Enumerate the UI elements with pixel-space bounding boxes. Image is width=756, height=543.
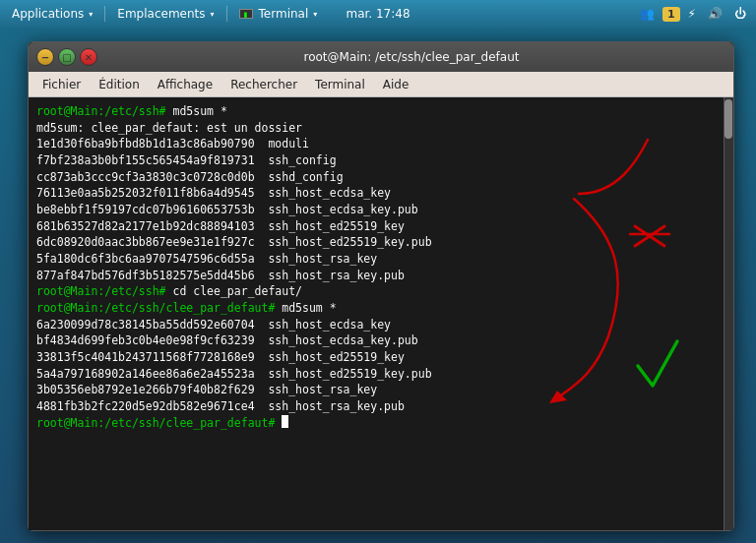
places-menu[interactable]: Emplacements ▾ xyxy=(111,5,220,23)
terminal-chevron-icon: ▾ xyxy=(313,10,317,19)
hash-11: 877af847bd576df3b5182575e5dd45b6 ssh_hos… xyxy=(36,268,405,284)
places-label: Emplacements xyxy=(117,7,205,21)
menu-terminal[interactable]: Terminal xyxy=(307,76,373,93)
apps-chevron-icon: ▾ xyxy=(89,10,93,19)
line-14: 6a230099d78c38145ba55dd592e60704 ssh_hos… xyxy=(36,317,725,333)
terminal-content[interactable]: root@Main:/etc/ssh# md5sum * md5sum: cle… xyxy=(29,97,733,530)
hash-18: 3b05356eb8792e1e266b79f40b82f629 ssh_hos… xyxy=(36,382,377,398)
taskbar-left: Applications ▾ Emplacements ▾ ▮ Terminal… xyxy=(6,5,323,23)
line-10: 5fa180dc6f3bc6aa9707547596c6d55a ssh_hos… xyxy=(36,251,725,268)
volume-icon[interactable]: 🔊 xyxy=(704,5,726,23)
hash-10: 5fa180dc6f3bc6aa9707547596c6d55a ssh_hos… xyxy=(36,251,377,268)
applications-label: Applications xyxy=(12,7,84,21)
notification-badge[interactable]: 1 xyxy=(662,7,680,22)
window-menubar: Fichier Édition Affichage Rechercher Ter… xyxy=(29,72,733,97)
datetime-label: mar. 17:48 xyxy=(346,7,410,21)
line-16: 33813f5c4041b243711568f7728168e9 ssh_hos… xyxy=(36,349,725,366)
bluetooth-icon[interactable]: ⚡ xyxy=(684,5,700,23)
line-2-text: md5sum: clee_par_defaut: est un dossier xyxy=(36,120,302,137)
window-title: root@Main: /etc/ssh/clee_par_defaut xyxy=(97,50,725,64)
prompt-4: root@Main:/etc/ssh/clee_par_defaut# xyxy=(36,415,282,432)
line-17: 5a4a797168902a146ee86a6e2a45523a ssh_hos… xyxy=(36,366,725,383)
cmd-1: md5sum * xyxy=(172,103,226,120)
menu-aide[interactable]: Aide xyxy=(375,76,417,93)
line-3: 1e1d30f6ba9bfbd8b1d1a3c86ab90790 moduli xyxy=(36,136,725,152)
prompt-2: root@Main:/etc/ssh# xyxy=(36,283,172,300)
menu-fichier[interactable]: Fichier xyxy=(34,76,89,93)
minimize-button[interactable]: − xyxy=(36,48,54,66)
prompt-1: root@Main:/etc/ssh# xyxy=(36,103,172,120)
line-8: 681b63527d82a2177e1b92dc88894103 ssh_hos… xyxy=(36,218,725,235)
line-2: md5sum: clee_par_defaut: est un dossier xyxy=(36,120,725,137)
menu-edition[interactable]: Édition xyxy=(91,76,148,93)
hash-7: be8ebbf1f59197cdc07b96160653753b ssh_hos… xyxy=(36,202,418,218)
line-20: root@Main:/etc/ssh/clee_par_defaut# xyxy=(36,415,725,432)
people-icon[interactable]: 👥 xyxy=(636,5,659,23)
hash-14: 6a230099d78c38145ba55dd592e60704 ssh_hos… xyxy=(36,317,391,333)
cmd-2: cd clee_par_defaut/ xyxy=(172,283,302,300)
line-4: f7bf238a3b0bf155c565454a9f819731 ssh_con… xyxy=(36,152,725,169)
line-12: root@Main:/etc/ssh# cd clee_par_defaut/ xyxy=(36,283,725,300)
line-19: 4881fb3b2fc220d5e92db582e9671ce4 ssh_hos… xyxy=(36,398,725,415)
terminal-menu[interactable]: ▮ Terminal ▾ xyxy=(233,5,324,23)
maximize-button[interactable]: □ xyxy=(58,48,76,66)
hash-9: 6dc08920d0aac3bb867ee9e31e1f927c ssh_hos… xyxy=(36,234,432,251)
power-icon[interactable]: ⏻ xyxy=(730,5,750,23)
menu-rechercher[interactable]: Rechercher xyxy=(222,76,305,93)
hash-8: 681b63527d82a2177e1b92dc88894103 ssh_hos… xyxy=(36,218,405,235)
terminal-icon: ▮ xyxy=(239,9,253,19)
line-6: 76113e0aa5b252032f011f8b6a4d9545 ssh_hos… xyxy=(36,185,725,202)
window-titlebar: − □ ✕ root@Main: /etc/ssh/clee_par_defau… xyxy=(29,42,733,72)
cursor xyxy=(282,415,288,428)
applications-menu[interactable]: Applications ▾ xyxy=(6,5,98,23)
line-15: bf4834d699feb3c0b4e0e98f9cf63239 ssh_hos… xyxy=(36,332,725,349)
separator-2 xyxy=(226,6,227,22)
line-18: 3b05356eb8792e1e266b79f40b82f629 ssh_hos… xyxy=(36,382,725,398)
scrollbar[interactable] xyxy=(724,97,733,530)
hash-5: cc873ab3ccc9cf3a3830c3c0728c0d0b sshd_co… xyxy=(36,169,344,186)
terminal-window: − □ ✕ root@Main: /etc/ssh/clee_par_defau… xyxy=(28,41,734,531)
cmd-3: md5sum * xyxy=(282,300,336,317)
hash-15: bf4834d699feb3c0b4e0e98f9cf63239 ssh_hos… xyxy=(36,332,418,349)
hash-19: 4881fb3b2fc220d5e92db582e9671ce4 ssh_hos… xyxy=(36,398,405,415)
menu-affichage[interactable]: Affichage xyxy=(150,76,220,93)
line-1: root@Main:/etc/ssh# md5sum * xyxy=(36,103,725,120)
taskbar-clock: mar. 17:48 xyxy=(346,7,410,21)
hash-17: 5a4a797168902a146ee86a6e2a45523a ssh_hos… xyxy=(36,366,432,383)
scrollbar-thumb[interactable] xyxy=(724,99,732,139)
hash-16: 33813f5c4041b243711568f7728168e9 ssh_hos… xyxy=(36,349,405,366)
close-button[interactable]: ✕ xyxy=(80,48,97,66)
line-9: 6dc08920d0aac3bb867ee9e31e1f927c ssh_hos… xyxy=(36,234,725,251)
window-controls: − □ ✕ xyxy=(36,48,97,66)
line-5: cc873ab3ccc9cf3a3830c3c0728c0d0b sshd_co… xyxy=(36,169,725,186)
taskbar: Applications ▾ Emplacements ▾ ▮ Terminal… xyxy=(0,0,756,28)
terminal-label: Terminal xyxy=(259,7,309,21)
hash-6: 76113e0aa5b252032f011f8b6a4d9545 ssh_hos… xyxy=(36,185,391,202)
hash-4: f7bf238a3b0bf155c565454a9f819731 ssh_con… xyxy=(36,152,337,169)
line-7: be8ebbf1f59197cdc07b96160653753b ssh_hos… xyxy=(36,202,725,218)
prompt-3: root@Main:/etc/ssh/clee_par_defaut# xyxy=(36,300,282,317)
separator-1 xyxy=(104,6,105,22)
places-chevron-icon: ▾ xyxy=(211,10,215,19)
taskbar-right: 👥 1 ⚡ 🔊 ⏻ xyxy=(636,5,750,23)
line-13: root@Main:/etc/ssh/clee_par_defaut# md5s… xyxy=(36,300,725,317)
hash-3: 1e1d30f6ba9bfbd8b1d1a3c86ab90790 moduli xyxy=(36,136,309,152)
line-11: 877af847bd576df3b5182575e5dd45b6 ssh_hos… xyxy=(36,268,725,284)
